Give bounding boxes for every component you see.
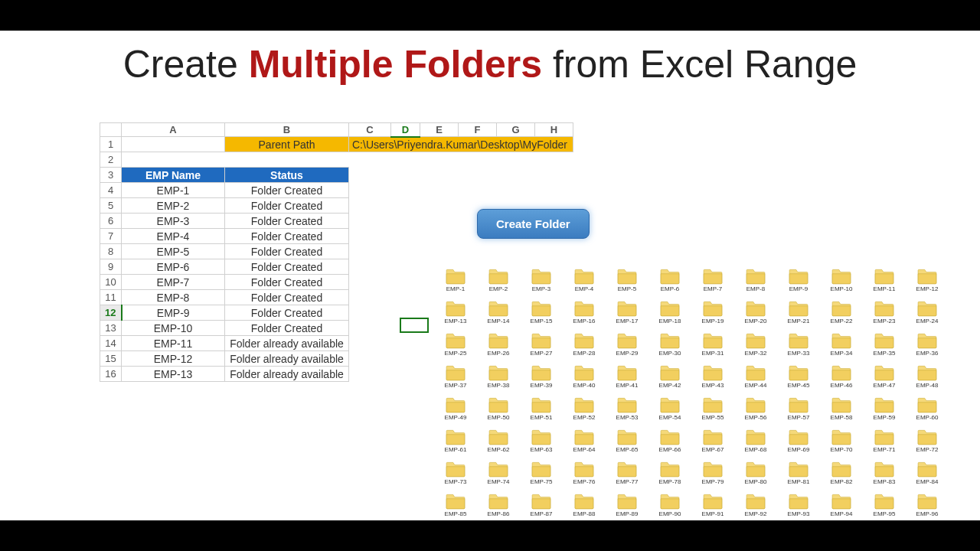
emp-cell[interactable]: EMP-10 [122,321,225,336]
status-cell[interactable]: Folder Created [225,198,349,214]
folder-item[interactable]: EMP-87 [520,493,563,525]
emp-cell[interactable]: EMP-1 [122,183,225,198]
folder-item[interactable]: EMP-12 [906,268,949,300]
folder-item[interactable]: EMP-14 [477,300,520,332]
row-5[interactable]: 5 [100,198,122,214]
folder-item[interactable]: EMP-25 [434,332,477,364]
status-cell[interactable]: Folder Created [225,305,349,321]
row-10[interactable]: 10 [100,275,122,290]
folder-item[interactable]: EMP-69 [777,429,820,461]
folder-item[interactable]: EMP-65 [606,429,648,461]
folder-item[interactable]: EMP-79 [691,461,734,493]
folder-item[interactable]: EMP-16 [563,300,606,332]
emp-cell[interactable]: EMP-4 [122,229,225,244]
folder-item[interactable]: EMP-85 [434,493,477,525]
folder-item[interactable]: EMP-93 [777,493,820,525]
folder-item[interactable]: EMP-66 [648,429,691,461]
folder-item[interactable]: EMP-76 [563,461,606,493]
folder-item[interactable]: EMP-96 [906,493,949,525]
col-F[interactable]: F [459,123,497,137]
emp-cell[interactable]: EMP-12 [122,351,225,367]
folder-item[interactable]: EMP-17 [606,300,648,332]
row-6[interactable]: 6 [100,214,122,229]
emp-cell[interactable]: EMP-13 [122,367,225,382]
folder-item[interactable]: EMP-92 [734,493,777,525]
emp-cell[interactable]: EMP-6 [122,259,225,275]
status-cell[interactable]: Folder already available [225,367,349,382]
folder-item[interactable]: EMP-3 [520,268,563,300]
row-13[interactable]: 13 [100,321,122,336]
folder-item[interactable]: EMP-33 [777,332,820,364]
folder-item[interactable]: EMP-62 [477,429,520,461]
folder-item[interactable]: EMP-5 [606,268,648,300]
folder-item[interactable]: EMP-71 [863,429,906,461]
col-D[interactable]: D [391,123,420,137]
emp-cell[interactable]: EMP-2 [122,198,225,214]
folder-item[interactable]: EMP-31 [691,332,734,364]
emp-cell[interactable]: EMP-9 [122,305,225,321]
folder-item[interactable]: EMP-24 [906,300,949,332]
row-15[interactable]: 15 [100,351,122,367]
emp-cell[interactable]: EMP-11 [122,336,225,351]
status-cell[interactable]: Folder Created [225,214,349,229]
status-cell[interactable]: Folder already available [225,351,349,367]
folder-item[interactable]: EMP-2 [477,268,520,300]
folder-item[interactable]: EMP-83 [863,461,906,493]
status-cell[interactable]: Folder already available [225,336,349,351]
folder-item[interactable]: EMP-68 [734,429,777,461]
selected-cell-D12[interactable] [400,318,429,333]
cell-A1[interactable] [122,137,225,152]
folder-item[interactable]: EMP-53 [606,396,648,429]
folder-item[interactable]: EMP-91 [691,493,734,525]
folder-item[interactable]: EMP-41 [606,364,648,396]
folder-item[interactable]: EMP-90 [648,493,691,525]
folder-item[interactable]: EMP-51 [520,396,563,429]
status-cell[interactable]: Folder Created [225,259,349,275]
folder-item[interactable]: EMP-94 [820,493,863,525]
row-7[interactable]: 7 [100,229,122,244]
row-12[interactable]: 12 [100,305,122,321]
folder-item[interactable]: EMP-47 [863,364,906,396]
folder-item[interactable]: EMP-63 [520,429,563,461]
row-11[interactable]: 11 [100,290,122,305]
folder-item[interactable]: EMP-74 [477,461,520,493]
row-9[interactable]: 9 [100,259,122,275]
folder-item[interactable]: EMP-73 [434,461,477,493]
col-C[interactable]: C [349,123,391,137]
folder-item[interactable]: EMP-50 [477,396,520,429]
folder-item[interactable]: EMP-56 [734,396,777,429]
folder-item[interactable]: EMP-95 [863,493,906,525]
folder-item[interactable]: EMP-75 [520,461,563,493]
folder-item[interactable]: EMP-21 [777,300,820,332]
folder-item[interactable]: EMP-6 [648,268,691,300]
folder-item[interactable]: EMP-81 [777,461,820,493]
folder-item[interactable]: EMP-30 [648,332,691,364]
folder-item[interactable]: EMP-39 [520,364,563,396]
corner-cell[interactable] [100,123,122,137]
folder-item[interactable]: EMP-34 [820,332,863,364]
create-folder-button[interactable]: Create Folder [477,209,590,239]
col-A[interactable]: A [122,123,225,137]
col-H[interactable]: H [535,123,573,137]
folder-item[interactable]: EMP-52 [563,396,606,429]
row-1[interactable]: 1 [100,137,122,152]
status-cell[interactable]: Folder Created [225,290,349,305]
folder-item[interactable]: EMP-8 [734,268,777,300]
folder-item[interactable]: EMP-10 [820,268,863,300]
emp-name-header[interactable]: EMP Name [122,168,225,183]
folder-item[interactable]: EMP-82 [820,461,863,493]
folder-item[interactable]: EMP-18 [648,300,691,332]
folder-item[interactable]: EMP-54 [648,396,691,429]
folder-item[interactable]: EMP-11 [863,268,906,300]
row-8[interactable]: 8 [100,244,122,259]
folder-item[interactable]: EMP-58 [820,396,863,429]
folder-item[interactable]: EMP-28 [563,332,606,364]
folder-item[interactable]: EMP-26 [477,332,520,364]
folder-item[interactable]: EMP-55 [691,396,734,429]
col-G[interactable]: G [497,123,535,137]
folder-item[interactable]: EMP-64 [563,429,606,461]
status-cell[interactable]: Folder Created [225,275,349,290]
status-header[interactable]: Status [225,168,349,183]
folder-item[interactable]: EMP-78 [648,461,691,493]
folder-item[interactable]: EMP-27 [520,332,563,364]
